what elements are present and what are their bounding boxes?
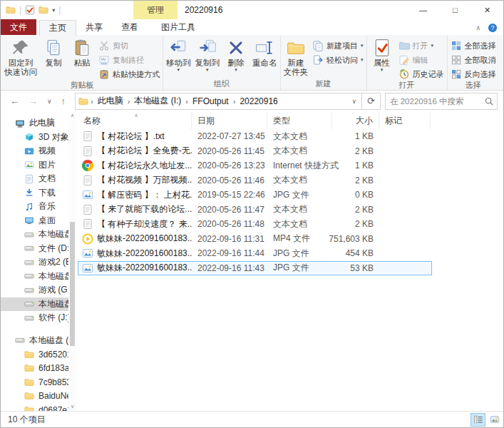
details-view-button[interactable]: [470, 413, 485, 427]
refresh-button[interactable]: ⟳: [362, 93, 381, 110]
breadcrumb-item-drive[interactable]: 本地磁盘 (I:): [132, 95, 183, 107]
tab-file[interactable]: 文件: [1, 19, 36, 35]
window-controls: — □ ✕: [407, 1, 503, 19]
properties-icon: [372, 38, 392, 58]
table-row[interactable]: 【 村花论坛 】.txt 2022-07-27 13:45 文本文档 1 KB: [78, 129, 432, 144]
collapse-ribbon-icon[interactable]: ∧: [475, 24, 480, 31]
scroll-down-icon[interactable]: ∨: [71, 402, 74, 411]
sidebar-item-folder[interactable]: d0687e1c9: [1, 403, 76, 411]
text-file-icon: [82, 146, 93, 157]
sidebar-scrollbar[interactable]: ∧ ∨: [68, 111, 76, 411]
breadcrumb[interactable]: › 此电脑 › 本地磁盘 (I:) › FFOutput › 20220916 …: [75, 93, 362, 110]
cut-button[interactable]: 剪切: [98, 40, 160, 51]
column-header-name[interactable]: 名称 ∧: [78, 113, 192, 129]
up-icon[interactable]: ↑: [61, 96, 66, 106]
folder-icon[interactable]: [6, 5, 16, 15]
drive-icon: [24, 230, 34, 240]
sidebar-item-music[interactable]: 音乐: [1, 200, 76, 214]
column-header-tags[interactable]: 标记: [379, 113, 431, 129]
sidebar-item-drive-g[interactable]: 游戏 (G:): [1, 283, 76, 297]
tab-view[interactable]: 查看: [112, 20, 148, 35]
edit-pencil-icon: [398, 54, 410, 66]
sidebar-item-folder[interactable]: 6fd183a818: [1, 362, 76, 376]
sidebar-item-pictures[interactable]: 图片: [1, 158, 76, 173]
table-row-selected[interactable]: 敏妹妹-2022091600183... 2022-09-16 11:43 JP…: [78, 261, 432, 276]
sidebar-item-drive-c[interactable]: 本地磁盘 (C:): [1, 228, 76, 242]
contextual-tab-header: 管理: [133, 1, 178, 19]
table-row[interactable]: 【 村花论坛永久地址发... 2020-05-26 13:23 Internet…: [78, 158, 432, 173]
new-item-button[interactable]: 新建项目 ▾: [312, 40, 364, 51]
copy-path-button[interactable]: 复制路径: [98, 54, 160, 66]
column-header-date[interactable]: 日期: [192, 113, 267, 129]
minimize-button[interactable]: —: [407, 1, 439, 19]
thumbnails-view-button[interactable]: [487, 413, 502, 427]
table-row[interactable]: 【 有种子却没速度？ 来... 2020-05-26 11:48 文本文档 2 …: [78, 217, 432, 232]
sidebar-item-documents[interactable]: 文档: [1, 172, 76, 186]
sidebar-item-downloads[interactable]: 下载: [1, 186, 76, 200]
sidebar-item-this-pc[interactable]: 此电脑: [1, 116, 76, 131]
sidebar-item-drive-f[interactable]: 本地磁盘 (F:): [1, 270, 76, 284]
sidebar-item-folder[interactable]: BaiduNetdi: [1, 389, 76, 404]
sidebar-item-drive-i[interactable]: 本地磁盘 (I:): [1, 297, 76, 312]
search-input[interactable]: [389, 96, 484, 106]
qat-dropdown-caret[interactable]: ▾: [52, 7, 55, 14]
sidebar-item-drive-d[interactable]: 文件 (D:): [1, 242, 76, 256]
easy-access-button[interactable]: 轻松访问 ▾: [312, 54, 364, 66]
sidebar-item-videos[interactable]: 视频: [1, 144, 76, 158]
tab-picture-tools[interactable]: 图片工具: [152, 20, 205, 35]
delete-button[interactable]: 删除 ▾: [222, 36, 250, 71]
scrollbar-thumb[interactable]: [70, 222, 75, 346]
maximize-button[interactable]: □: [439, 1, 471, 19]
select-none-button[interactable]: 全部取消: [451, 54, 496, 66]
breadcrumb-item-ffoutput[interactable]: FFOutput: [190, 96, 231, 106]
breadcrumb-item-current[interactable]: 20220916: [237, 96, 279, 106]
text-file-icon: [82, 204, 93, 215]
invert-selection-button[interactable]: 反向选择: [451, 68, 496, 80]
column-header-type[interactable]: 类型: [267, 113, 332, 129]
table-row[interactable]: 【 村花论坛 】全免费-无... 2020-05-26 11:45 文本文档 2…: [78, 144, 432, 159]
breadcrumb-item-this-pc[interactable]: 此电脑: [96, 95, 125, 107]
select-all-button[interactable]: 全部选择: [451, 40, 496, 51]
move-to-button[interactable]: 移动到 ▾: [164, 36, 193, 71]
sidebar-item-folder[interactable]: 7c9b8532a: [1, 375, 76, 389]
back-icon[interactable]: ←: [10, 96, 19, 106]
folder-icon: [24, 391, 34, 401]
sidebar-item-folder[interactable]: 3d65201cf4: [1, 347, 76, 362]
tab-home[interactable]: 主页: [39, 20, 76, 36]
new-folder-button[interactable]: 新建 文件夹: [282, 36, 311, 76]
help-icon[interactable]: [488, 23, 498, 33]
recent-locations-caret-icon[interactable]: ∨: [47, 98, 52, 105]
table-row[interactable]: 【 解压密码 】： 上村花... 2019-05-15 22:46 JPG 文件…: [78, 188, 432, 203]
select-none-icon: [451, 54, 462, 66]
table-row[interactable]: 敏妹妹-2022091600183... 2022-09-16 11:44 JP…: [78, 246, 432, 261]
copy-button[interactable]: 复制: [39, 36, 68, 68]
address-dropdown-caret-icon[interactable]: ∨: [349, 98, 359, 105]
forward-icon[interactable]: →: [29, 96, 38, 106]
folder-icon: [24, 350, 34, 360]
edit-button[interactable]: 编辑: [398, 54, 444, 66]
sidebar-item-drive-i-tree[interactable]: 本地磁盘 (I:): [1, 334, 76, 348]
open-button[interactable]: 打开 ▾: [398, 40, 444, 51]
sidebar-item-3d-objects[interactable]: 3D 对象: [1, 131, 76, 145]
checkbox-icon[interactable]: [25, 5, 35, 15]
copy-to-button[interactable]: 复制到 ▾: [193, 36, 222, 71]
close-button[interactable]: ✕: [471, 1, 503, 19]
properties-button[interactable]: 属性 ▾: [368, 36, 396, 71]
paste-button[interactable]: 粘贴: [68, 36, 96, 68]
paste-shortcut-button[interactable]: 粘贴快捷方式: [98, 68, 160, 80]
pin-to-quick-access-button[interactable]: 固定到 快速访问: [2, 36, 39, 76]
search-icon[interactable]: [484, 96, 494, 106]
history-button[interactable]: 历史记录: [398, 68, 444, 80]
tab-share[interactable]: 共享: [76, 20, 112, 35]
rename-button[interactable]: 重命名: [250, 36, 279, 68]
scroll-up-icon[interactable]: ∧: [71, 111, 74, 120]
table-row[interactable]: 敏妹妹-2022091600183... 2022-09-16 11:31 MP…: [78, 232, 432, 247]
folder-icon[interactable]: [38, 5, 48, 15]
table-row[interactable]: 【 来了就能下载的论坛... 2020-05-26 11:47 文本文档 2 K…: [78, 203, 432, 218]
sidebar-item-drive-j[interactable]: 软件 (J:): [1, 311, 76, 325]
sidebar-item-drive-e[interactable]: 游戏2 (E:): [1, 255, 76, 270]
jpg-file-icon: [82, 248, 93, 259]
sidebar-item-desktop[interactable]: 桌面: [1, 214, 76, 228]
column-header-size[interactable]: 大小: [332, 113, 379, 129]
table-row[interactable]: 【 村花视频 】万部视频... 2020-05-26 11:46 文本文档 2 …: [78, 173, 432, 188]
